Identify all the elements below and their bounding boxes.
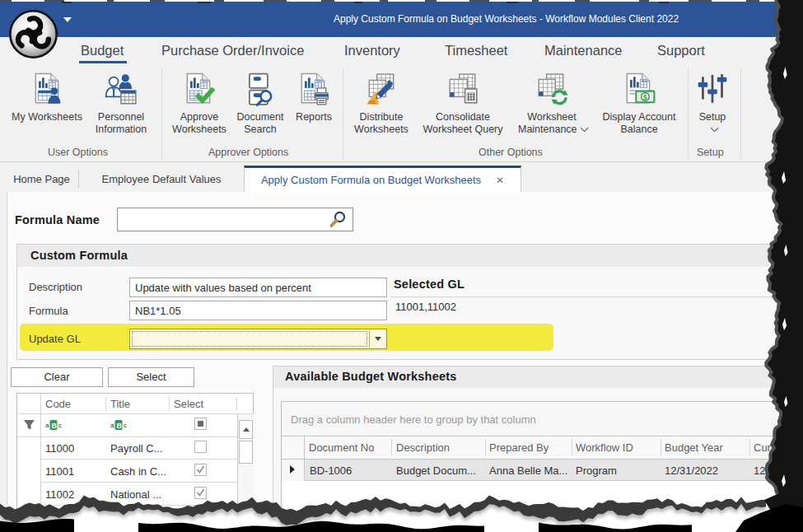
svg-text:$: $ [643, 93, 647, 101]
svg-text:c: c [58, 422, 62, 429]
svg-text:a: a [45, 422, 49, 429]
svg-text:B: B [117, 422, 123, 430]
svg-text:a: a [110, 422, 114, 429]
svg-text:B: B [52, 422, 58, 430]
svg-text:c: c [124, 422, 127, 429]
